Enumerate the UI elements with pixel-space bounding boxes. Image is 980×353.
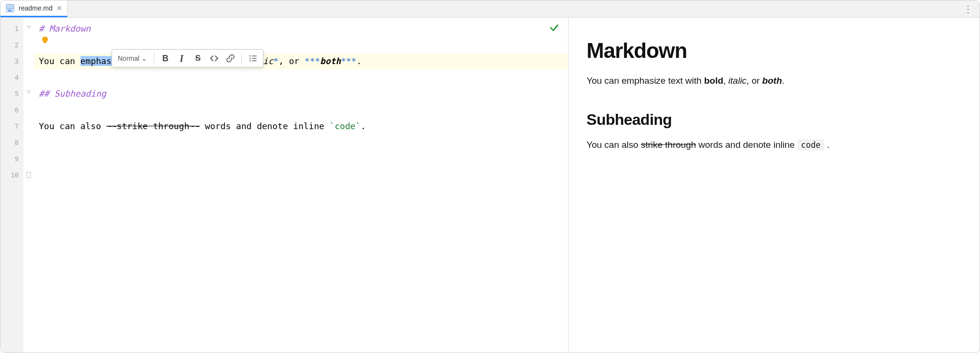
tabbar: MD readme.md ✕ ⋮: [0, 0, 980, 18]
separator: [154, 53, 154, 64]
code-line[interactable]: # Markdown: [39, 21, 564, 37]
link-button[interactable]: [223, 51, 238, 66]
floating-toolbar: Normal ⌄ B I S: [112, 49, 263, 67]
list-button[interactable]: [246, 51, 260, 66]
fold-handle-icon[interactable]: [23, 21, 34, 37]
code-line[interactable]: ## Subheading: [39, 86, 564, 102]
svg-text:MD: MD: [8, 9, 12, 12]
lightbulb-icon[interactable]: [41, 36, 49, 46]
fold-column: [23, 18, 34, 353]
tab-readme[interactable]: MD readme.md ✕: [0, 0, 68, 17]
bold-button[interactable]: B: [158, 51, 172, 66]
close-icon[interactable]: ✕: [57, 4, 62, 12]
tab-filename: readme.md: [19, 4, 53, 12]
codeblock-button[interactable]: [207, 51, 221, 66]
line-number: 9: [0, 151, 23, 167]
svg-point-5: [250, 60, 251, 62]
preview-h2: Subheading: [587, 111, 961, 129]
code-line[interactable]: [39, 134, 564, 151]
line-number: 6: [0, 102, 23, 118]
markdown-file-icon: MD: [5, 3, 15, 13]
paragraph-style-dropdown[interactable]: Normal ⌄: [115, 51, 150, 66]
italic-button[interactable]: I: [174, 51, 189, 66]
svg-point-3: [250, 55, 251, 57]
strikethrough-button[interactable]: S: [191, 51, 205, 66]
preview-pane: Markdown You can emphasize text with bol…: [569, 18, 980, 353]
line-number: 10: [0, 167, 23, 183]
kebab-menu-icon[interactable]: ⋮: [957, 0, 980, 17]
ide-window: MD readme.md ✕ ⋮ 1 2 3 4 5 6 7 8 9 10: [0, 0, 980, 353]
line-number: 4: [0, 69, 23, 86]
main-split: 1 2 3 4 5 6 7 8 9 10: [0, 18, 980, 353]
line-number: 1: [0, 21, 23, 37]
code-line[interactable]: [39, 167, 564, 183]
code-line[interactable]: You can also ~~strike through~~ words an…: [39, 118, 564, 134]
line-number: 3: [0, 53, 23, 69]
line-number: 2: [0, 37, 23, 53]
code-line[interactable]: [39, 102, 564, 118]
fold-handle-icon[interactable]: [23, 86, 34, 102]
code-line[interactable]: [39, 69, 564, 86]
svg-point-4: [250, 58, 251, 59]
code-line[interactable]: [39, 151, 564, 167]
gutter: 1 2 3 4 5 6 7 8 9 10: [0, 18, 23, 353]
separator: [241, 53, 242, 64]
preview-paragraph: You can also strike through words and de…: [587, 138, 961, 152]
fold-handle-icon[interactable]: [23, 167, 34, 183]
line-number: 8: [0, 134, 23, 151]
svg-rect-0: [6, 4, 14, 9]
line-number: 5: [0, 86, 23, 102]
code-area[interactable]: # Markdown You can emphasize text with *…: [34, 18, 568, 353]
chevron-down-icon: ⌄: [141, 55, 147, 62]
check-icon[interactable]: [549, 22, 559, 35]
preview-h1: Markdown: [587, 39, 961, 63]
editor-pane: 1 2 3 4 5 6 7 8 9 10: [0, 18, 569, 353]
line-number: 7: [0, 118, 23, 134]
preview-paragraph: You can emphasize text with bold, italic…: [587, 74, 961, 88]
